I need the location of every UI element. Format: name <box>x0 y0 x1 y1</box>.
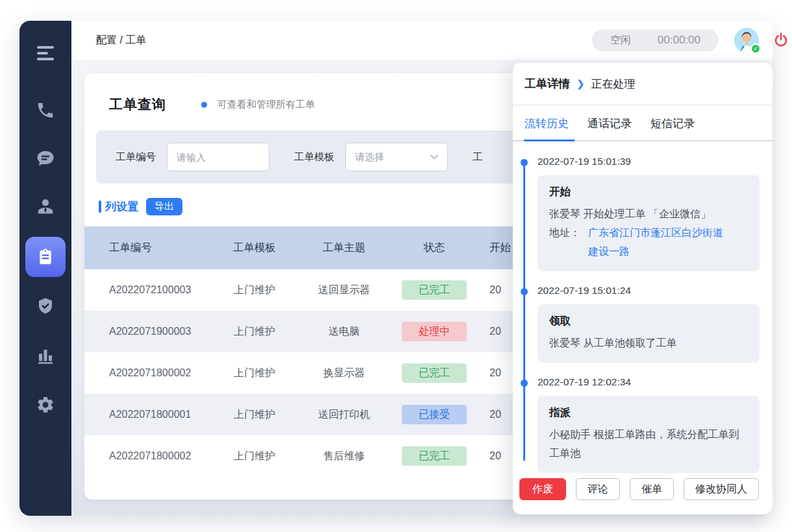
timeline-time: 2022-07-19 15:01:39 <box>538 156 760 167</box>
template-select[interactable]: 请选择 <box>345 143 448 171</box>
filter-label-template: 工单模板 <box>294 151 334 164</box>
timeline-event-title: 开始 <box>549 185 748 199</box>
export-button[interactable]: 导出 <box>146 198 182 215</box>
detail-actions: 作废 评论 催单 修改协同人 <box>513 478 773 500</box>
timeline-event-title: 领取 <box>549 314 748 328</box>
timeline-address-row: 地址： 广东省江门市蓬江区白沙街道建设一路 <box>549 223 748 261</box>
sidebar-item-reports[interactable] <box>25 336 66 376</box>
column-settings-link[interactable]: 列设置 <box>105 199 138 214</box>
timeline-event-text: 小秘助手 根据工单路由，系统分配工单到工单池 <box>549 425 748 463</box>
tab-flow-history[interactable]: 流转历史 <box>525 116 569 141</box>
cell-template: 上门维护 <box>213 450 296 463</box>
template-select-value: 请选择 <box>355 151 384 163</box>
timeline-time: 2022-07-19 15:01:24 <box>538 285 760 296</box>
timeline-event-title: 指派 <box>549 405 748 420</box>
timeline-dot-icon <box>521 288 528 295</box>
timeline-rail <box>523 162 525 461</box>
power-button-icon[interactable] <box>773 32 789 49</box>
modify-collaborator-button[interactable]: 修改协同人 <box>684 478 759 500</box>
cell-order-id: A2022072100003 <box>109 284 213 296</box>
subtitle-dot-icon <box>201 102 207 108</box>
col-header-subject: 工单主题 <box>296 241 392 255</box>
cell-subject: 送回显示器 <box>296 284 392 297</box>
timeline-dot-icon <box>521 159 528 166</box>
detail-title: 工单详情 <box>525 76 570 91</box>
timeline-dot-icon <box>521 380 528 387</box>
cell-template: 上门维护 <box>213 408 296 422</box>
online-check-icon: ✓ <box>750 43 761 54</box>
page-subtitle: 可查看和管理所有工单 <box>217 99 315 111</box>
tab-sms-records[interactable]: 短信记录 <box>650 116 695 141</box>
sidebar-item-workorders[interactable] <box>25 237 66 277</box>
cell-order-id: A2022071800001 <box>109 409 213 420</box>
chevron-down-icon <box>429 152 439 162</box>
timeline-time: 2022-07-19 12:02:34 <box>538 376 760 388</box>
page-title: 工单查询 <box>109 95 166 114</box>
menu-toggle-icon[interactable] <box>25 33 66 73</box>
tab-call-records[interactable]: 通话记录 <box>588 116 632 141</box>
status-badge: 处理中 <box>402 322 467 341</box>
cell-order-id: A2022071800002 <box>109 450 213 462</box>
timeline-card: 指派 小秘助手 根据工单路由，系统分配工单到工单池 <box>538 396 760 473</box>
timeline-card: 开始 张爱琴 开始处理工单 「企业微信」 地址： 广东省江门市蓬江区白沙街道建设… <box>538 175 760 271</box>
sidebar-item-settings[interactable] <box>25 385 66 425</box>
column-settings-bar-icon <box>99 200 101 213</box>
filter-label-order-id: 工单编号 <box>116 151 156 164</box>
address-prefix: 地址： <box>549 223 580 261</box>
urge-button[interactable]: 催单 <box>630 478 674 500</box>
avatar[interactable]: ✓ <box>734 28 759 53</box>
detail-status: 正在处理 <box>591 77 636 91</box>
agent-status-pill: 空闲 00:00:00 <box>592 29 719 51</box>
comment-button[interactable]: 评论 <box>576 478 620 500</box>
sidebar-item-contacts[interactable] <box>25 186 66 226</box>
cell-order-id: A2022071800002 <box>109 367 213 379</box>
timeline-event-text: 张爱琴 开始处理工单 「企业微信」 <box>549 204 748 223</box>
app-window: 工单查询 可查看和管理所有工单 工单编号 工单模板 请选择 工 列设置 导出 <box>19 21 773 516</box>
col-header-order-id: 工单编号 <box>109 241 213 255</box>
cell-subject: 送回打印机 <box>296 408 392 422</box>
cell-subject: 送电脑 <box>296 325 392 339</box>
flow-history-timeline: 2022-07-19 15:01:39 开始 张爱琴 开始处理工单 「企业微信」… <box>513 141 773 473</box>
timeline-card: 领取 张爱琴 从工单池领取了工单 <box>538 304 760 363</box>
agent-status-label: 空闲 <box>610 34 631 47</box>
detail-tabs: 流转历史 通话记录 短信记录 <box>513 106 773 141</box>
breadcrumb: 配置 / 工单 <box>96 34 146 47</box>
cell-template: 上门维护 <box>213 284 296 297</box>
cell-template: 上门维护 <box>213 325 296 339</box>
status-badge: 已完工 <box>402 446 467 466</box>
order-id-input[interactable] <box>167 143 269 171</box>
col-header-status: 状态 <box>392 241 476 255</box>
timeline-entry: 2022-07-19 15:01:24 领取 张爱琴 从工单池领取了工单 <box>538 285 760 363</box>
status-badge: 已完工 <box>402 280 467 300</box>
cell-subject: 换显示器 <box>296 367 392 380</box>
sidebar-item-phone[interactable] <box>25 90 66 130</box>
detail-header: 工单详情 ❯ 正在处理 <box>513 63 773 104</box>
status-badge: 已完工 <box>402 363 467 383</box>
address-link[interactable]: 广东省江门市蓬江区白沙街道建设一路 <box>588 223 726 261</box>
timeline-entry: 2022-07-19 12:02:34 指派 小秘助手 根据工单路由，系统分配工… <box>538 376 760 473</box>
topbar: 配置 / 工单 空闲 00:00:00 ✓ <box>71 21 773 60</box>
timeline-entry: 2022-07-19 15:01:39 开始 张爱琴 开始处理工单 「企业微信」… <box>538 156 760 271</box>
sidebar-item-security[interactable] <box>25 286 66 326</box>
void-button[interactable]: 作废 <box>519 478 566 500</box>
sidebar <box>19 21 71 516</box>
filter-label-truncated: 工 <box>473 151 483 164</box>
sidebar-item-chat[interactable] <box>25 138 66 178</box>
workorder-detail-panel: 工单详情 ❯ 正在处理 流转历史 通话记录 短信记录 2022-07-19 15… <box>513 63 773 514</box>
timeline-event-text: 张爱琴 从工单池领取了工单 <box>549 333 748 352</box>
col-header-template: 工单模板 <box>213 241 296 255</box>
agent-timer: 00:00:00 <box>658 34 700 47</box>
chevron-right-icon: ❯ <box>576 78 585 90</box>
status-badge: 已接受 <box>402 405 467 424</box>
cell-template: 上门维护 <box>213 367 296 380</box>
cell-order-id: A2022071900003 <box>109 326 213 337</box>
cell-subject: 售后维修 <box>296 450 392 463</box>
